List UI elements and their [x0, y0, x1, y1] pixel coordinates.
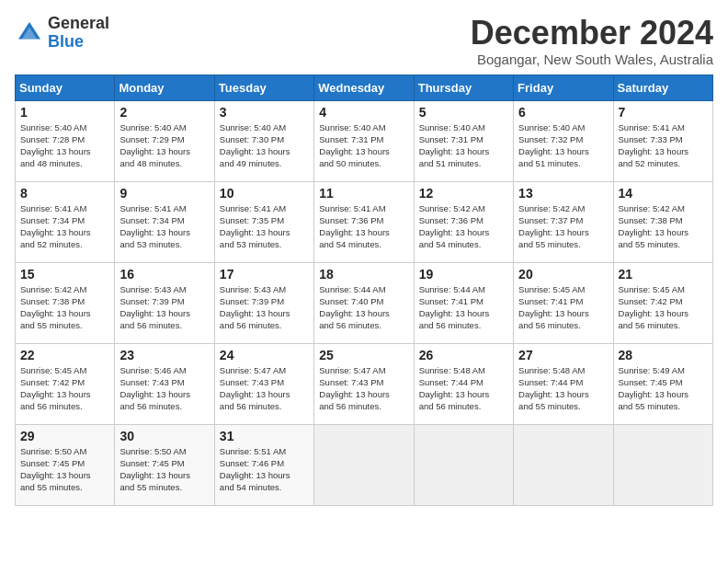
day-number: 2	[119, 105, 209, 120]
list-item: 27 Sunrise: 5:48 AMSunset: 7:44 PMDaylig…	[514, 343, 613, 424]
table-row: 1 Sunrise: 5:40 AMSunset: 7:28 PMDayligh…	[16, 100, 713, 181]
list-item: 21 Sunrise: 5:45 AMSunset: 7:42 PMDaylig…	[613, 262, 712, 343]
day-number: 17	[220, 267, 309, 282]
list-item: 15 Sunrise: 5:42 AMSunset: 7:38 PMDaylig…	[16, 262, 115, 343]
day-info: Sunrise: 5:42 AMSunset: 7:36 PMDaylight:…	[419, 203, 490, 250]
header-row: Sunday Monday Tuesday Wednesday Thursday…	[16, 75, 713, 100]
list-item: 2 Sunrise: 5:40 AMSunset: 7:29 PMDayligh…	[115, 100, 214, 181]
list-item: 22 Sunrise: 5:45 AMSunset: 7:42 PMDaylig…	[16, 343, 115, 424]
day-number: 10	[220, 186, 309, 201]
day-info: Sunrise: 5:46 AMSunset: 7:43 PMDaylight:…	[119, 365, 190, 412]
title-block: December 2024 Bogangar, New South Wales,…	[471, 15, 713, 67]
col-tuesday: Tuesday	[214, 75, 313, 100]
day-number: 12	[419, 186, 508, 201]
logo-general: General	[48, 15, 109, 33]
day-info: Sunrise: 5:47 AMSunset: 7:43 PMDaylight:…	[220, 365, 290, 412]
list-item: 16 Sunrise: 5:43 AMSunset: 7:39 PMDaylig…	[115, 262, 214, 343]
day-number: 6	[518, 105, 608, 120]
day-info: Sunrise: 5:40 AMSunset: 7:30 PMDaylight:…	[220, 122, 290, 169]
day-info: Sunrise: 5:42 AMSunset: 7:38 PMDaylight:…	[20, 284, 91, 331]
list-item: 18 Sunrise: 5:44 AMSunset: 7:40 PMDaylig…	[314, 262, 414, 343]
logo: General Blue	[15, 15, 109, 52]
day-number: 8	[20, 186, 109, 201]
day-number: 16	[119, 267, 209, 282]
list-item: 8 Sunrise: 5:41 AMSunset: 7:34 PMDayligh…	[16, 181, 115, 262]
day-number: 26	[419, 348, 508, 362]
table-row: 8 Sunrise: 5:41 AMSunset: 7:34 PMDayligh…	[16, 181, 713, 262]
list-item: 26 Sunrise: 5:48 AMSunset: 7:44 PMDaylig…	[414, 343, 513, 424]
col-sunday: Sunday	[16, 75, 115, 100]
list-item: 3 Sunrise: 5:40 AMSunset: 7:30 PMDayligh…	[214, 100, 313, 181]
day-number: 11	[319, 186, 408, 201]
list-item: 10 Sunrise: 5:41 AMSunset: 7:35 PMDaylig…	[214, 181, 313, 262]
day-info: Sunrise: 5:40 AMSunset: 7:31 PMDaylight:…	[419, 122, 490, 169]
day-info: Sunrise: 5:41 AMSunset: 7:35 PMDaylight:…	[220, 203, 290, 250]
day-info: Sunrise: 5:44 AMSunset: 7:40 PMDaylight:…	[319, 284, 390, 331]
list-item	[613, 424, 712, 505]
list-item: 1 Sunrise: 5:40 AMSunset: 7:28 PMDayligh…	[16, 100, 115, 181]
day-number: 9	[119, 186, 209, 201]
day-info: Sunrise: 5:40 AMSunset: 7:29 PMDaylight:…	[119, 122, 190, 169]
day-number: 22	[20, 348, 109, 362]
day-info: Sunrise: 5:41 AMSunset: 7:34 PMDaylight:…	[119, 203, 190, 250]
table-row: 15 Sunrise: 5:42 AMSunset: 7:38 PMDaylig…	[16, 262, 713, 343]
list-item: 30 Sunrise: 5:50 AMSunset: 7:45 PMDaylig…	[115, 424, 214, 505]
day-number: 3	[220, 105, 309, 120]
col-monday: Monday	[115, 75, 214, 100]
col-wednesday: Wednesday	[314, 75, 414, 100]
day-info: Sunrise: 5:40 AMSunset: 7:28 PMDaylight:…	[20, 122, 91, 169]
calendar-subtitle: Bogangar, New South Wales, Australia	[471, 52, 713, 67]
day-info: Sunrise: 5:51 AMSunset: 7:46 PMDaylight:…	[220, 446, 290, 493]
day-info: Sunrise: 5:48 AMSunset: 7:44 PMDaylight:…	[518, 365, 589, 412]
day-number: 13	[518, 186, 608, 201]
day-number: 14	[619, 186, 708, 201]
list-item: 31 Sunrise: 5:51 AMSunset: 7:46 PMDaylig…	[214, 424, 313, 505]
day-number: 28	[619, 348, 708, 362]
day-number: 4	[319, 105, 408, 120]
day-info: Sunrise: 5:45 AMSunset: 7:42 PMDaylight:…	[20, 365, 91, 412]
day-info: Sunrise: 5:40 AMSunset: 7:32 PMDaylight:…	[518, 122, 589, 169]
day-info: Sunrise: 5:41 AMSunset: 7:33 PMDaylight:…	[619, 122, 689, 169]
day-info: Sunrise: 5:49 AMSunset: 7:45 PMDaylight:…	[619, 365, 689, 412]
day-number: 23	[119, 348, 209, 362]
day-info: Sunrise: 5:45 AMSunset: 7:41 PMDaylight:…	[518, 284, 589, 331]
day-info: Sunrise: 5:48 AMSunset: 7:44 PMDaylight:…	[419, 365, 490, 412]
day-info: Sunrise: 5:42 AMSunset: 7:38 PMDaylight:…	[619, 203, 689, 250]
list-item: 23 Sunrise: 5:46 AMSunset: 7:43 PMDaylig…	[115, 343, 214, 424]
day-number: 21	[619, 267, 708, 282]
calendar-title: December 2024	[471, 15, 713, 52]
list-item: 25 Sunrise: 5:47 AMSunset: 7:43 PMDaylig…	[314, 343, 414, 424]
list-item: 11 Sunrise: 5:41 AMSunset: 7:36 PMDaylig…	[314, 181, 414, 262]
logo-icon	[15, 18, 44, 48]
list-item: 12 Sunrise: 5:42 AMSunset: 7:36 PMDaylig…	[414, 181, 513, 262]
day-info: Sunrise: 5:43 AMSunset: 7:39 PMDaylight:…	[220, 284, 290, 331]
day-info: Sunrise: 5:44 AMSunset: 7:41 PMDaylight:…	[419, 284, 490, 331]
calendar-table: Sunday Monday Tuesday Wednesday Thursday…	[15, 75, 713, 506]
day-number: 25	[319, 348, 408, 362]
list-item: 17 Sunrise: 5:43 AMSunset: 7:39 PMDaylig…	[214, 262, 313, 343]
day-number: 29	[20, 429, 109, 443]
table-row: 22 Sunrise: 5:45 AMSunset: 7:42 PMDaylig…	[16, 343, 713, 424]
day-number: 1	[20, 105, 109, 120]
list-item: 13 Sunrise: 5:42 AMSunset: 7:37 PMDaylig…	[514, 181, 613, 262]
day-info: Sunrise: 5:43 AMSunset: 7:39 PMDaylight:…	[119, 284, 190, 331]
day-info: Sunrise: 5:50 AMSunset: 7:45 PMDaylight:…	[20, 446, 91, 493]
list-item: 28 Sunrise: 5:49 AMSunset: 7:45 PMDaylig…	[613, 343, 712, 424]
day-number: 27	[518, 348, 608, 362]
list-item	[314, 424, 414, 505]
day-info: Sunrise: 5:40 AMSunset: 7:31 PMDaylight:…	[319, 122, 390, 169]
day-info: Sunrise: 5:50 AMSunset: 7:45 PMDaylight:…	[119, 446, 190, 493]
list-item: 7 Sunrise: 5:41 AMSunset: 7:33 PMDayligh…	[613, 100, 712, 181]
day-info: Sunrise: 5:42 AMSunset: 7:37 PMDaylight:…	[518, 203, 589, 250]
list-item: 29 Sunrise: 5:50 AMSunset: 7:45 PMDaylig…	[16, 424, 115, 505]
col-thursday: Thursday	[414, 75, 513, 100]
list-item	[514, 424, 613, 505]
day-number: 31	[220, 429, 309, 443]
day-info: Sunrise: 5:47 AMSunset: 7:43 PMDaylight:…	[319, 365, 390, 412]
day-number: 15	[20, 267, 109, 282]
list-item: 5 Sunrise: 5:40 AMSunset: 7:31 PMDayligh…	[414, 100, 513, 181]
day-number: 30	[119, 429, 209, 443]
page-header: General Blue December 2024 Bogangar, New…	[15, 15, 713, 67]
list-item: 24 Sunrise: 5:47 AMSunset: 7:43 PMDaylig…	[214, 343, 313, 424]
day-number: 18	[319, 267, 408, 282]
